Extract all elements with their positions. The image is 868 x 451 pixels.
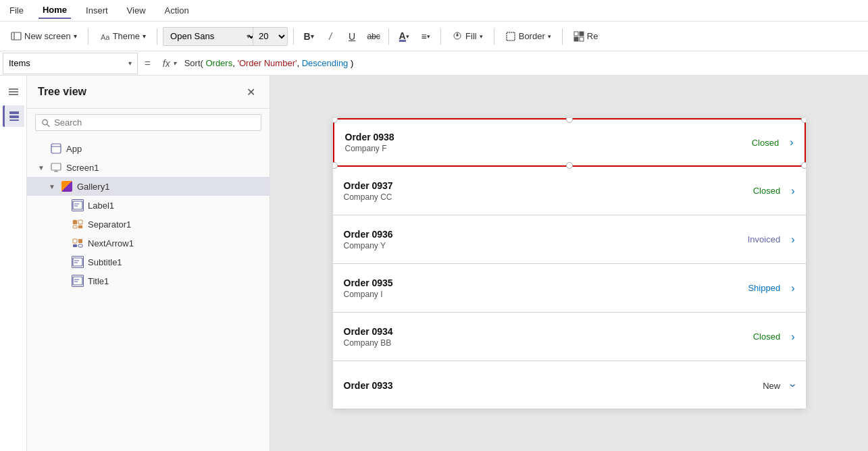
toolbar-separator-2 bbox=[157, 28, 157, 45]
gallery-item-0934[interactable]: Order 0934 Company BB Closed › bbox=[333, 313, 806, 361]
menu-file[interactable]: File bbox=[5, 3, 28, 18]
svg-rect-27 bbox=[73, 226, 77, 228]
gallery-item-text-0937: Order 0937 Company CC bbox=[344, 180, 753, 202]
fill-button[interactable]: Fill ▾ bbox=[446, 28, 488, 45]
tree-item-gallery1[interactable]: ▼ Gallery1 bbox=[27, 177, 270, 196]
menu-view[interactable]: View bbox=[123, 3, 150, 18]
theme-icon: Aa bbox=[99, 31, 110, 42]
toolbar-separator-3 bbox=[293, 28, 294, 45]
tree-view-button[interactable] bbox=[3, 105, 24, 127]
gallery-item-0938[interactable]: Order 0938 Company F Closed › bbox=[333, 118, 806, 167]
subtitle-icon bbox=[72, 256, 84, 268]
gallery-item-subtitle-0938: Company F bbox=[345, 144, 752, 153]
font-color-button[interactable]: A ▾ bbox=[394, 27, 413, 46]
tree-item-subtitle1[interactable]: Subtitle1 bbox=[27, 253, 270, 271]
app-icon bbox=[50, 142, 62, 155]
tree-item-nextarrow1[interactable]: NextArrow1 bbox=[27, 234, 270, 253]
gallery-item-chevron-0937[interactable]: › bbox=[791, 185, 794, 197]
gallery-item-status-0938: Closed bbox=[752, 138, 779, 148]
formula-fx-indicator: fx ▾ bbox=[157, 58, 182, 69]
gallery-item-title-0934: Order 0934 bbox=[344, 326, 753, 337]
font-select[interactable]: Open Sans bbox=[163, 27, 257, 46]
canvas-content: Order 0938 Company F Closed › Order 0937… bbox=[270, 76, 868, 451]
gallery-item-subtitle-0937: Company CC bbox=[344, 192, 753, 202]
left-icon-panel bbox=[0, 76, 27, 451]
font-size-select[interactable]: 20 bbox=[253, 27, 288, 46]
label-icon bbox=[72, 199, 84, 211]
italic-button[interactable]: / bbox=[321, 27, 340, 46]
svg-rect-32 bbox=[78, 244, 82, 247]
gallery-item-0935[interactable]: Order 0935 Company I Shipped › bbox=[333, 264, 806, 313]
svg-rect-6 bbox=[580, 32, 584, 36]
fill-icon bbox=[452, 31, 463, 42]
search-icon bbox=[41, 118, 50, 128]
hamburger-menu-button[interactable] bbox=[3, 81, 24, 103]
svg-text:Aa: Aa bbox=[101, 33, 110, 41]
svg-rect-8 bbox=[580, 37, 584, 41]
separator-icon bbox=[72, 218, 84, 230]
menu-action[interactable]: Action bbox=[161, 3, 193, 18]
svg-rect-29 bbox=[73, 239, 77, 243]
title-icon bbox=[72, 275, 84, 287]
gallery-item-0936[interactable]: Order 0936 Company Y Invoiced › bbox=[333, 215, 806, 264]
formula-expression[interactable]: Sort( Orders, 'Order Number', Descending… bbox=[182, 58, 868, 68]
svg-line-16 bbox=[47, 124, 49, 126]
svg-rect-26 bbox=[78, 220, 82, 224]
tree-item-screen1[interactable]: ▼ Screen1 bbox=[27, 158, 270, 177]
property-label: Items bbox=[9, 58, 30, 68]
formula-sort-keyword: Sort( bbox=[184, 58, 203, 68]
svg-rect-19 bbox=[51, 163, 61, 170]
tree-item-nextarrow1-label: NextArrow1 bbox=[88, 238, 134, 248]
formula-fx-chevron-icon: ▾ bbox=[173, 59, 176, 67]
gallery-item-chevron-0934[interactable]: › bbox=[791, 331, 794, 343]
tree-panel: Tree view ✕ App bbox=[27, 76, 270, 451]
strikethrough-button[interactable]: abc bbox=[364, 27, 383, 46]
property-selector[interactable]: Items ▾ bbox=[3, 53, 138, 74]
svg-rect-14 bbox=[9, 120, 19, 121]
menu-insert[interactable]: Insert bbox=[82, 3, 112, 18]
bold-button[interactable]: B ▾ bbox=[299, 27, 318, 46]
search-input[interactable] bbox=[54, 117, 255, 128]
formula-orders-ref: Orders bbox=[203, 58, 232, 68]
canvas-area: Order 0938 Company F Closed › Order 0937… bbox=[270, 76, 868, 451]
menu-home[interactable]: Home bbox=[39, 2, 71, 19]
screen-icon bbox=[50, 161, 62, 174]
text-align-button[interactable]: ≡ ▾ bbox=[416, 27, 435, 46]
tree-item-label1[interactable]: Label1 bbox=[27, 196, 270, 215]
menu-bar: File Home Insert View Action bbox=[0, 0, 868, 22]
gallery-item-title-0933: Order 0933 bbox=[344, 380, 763, 391]
toolbar-separator-4 bbox=[388, 28, 389, 45]
bold-chevron-icon: ▾ bbox=[311, 33, 314, 40]
gallery-item-0937[interactable]: Order 0937 Company CC Closed › bbox=[333, 167, 806, 215]
gallery-item-text-0933: Order 0933 bbox=[344, 380, 763, 391]
border-button[interactable]: Border ▾ bbox=[500, 28, 557, 45]
gallery1-expand-icon: ▼ bbox=[49, 183, 57, 190]
svg-rect-0 bbox=[11, 32, 21, 40]
tree-title: Tree view bbox=[38, 86, 86, 98]
tree-close-button[interactable]: ✕ bbox=[242, 84, 259, 100]
toolbar-separator-6 bbox=[494, 28, 494, 45]
align-chevron-icon: ▾ bbox=[427, 33, 430, 40]
new-screen-button[interactable]: New screen ▾ bbox=[5, 28, 82, 45]
toolbar-separator-1 bbox=[88, 28, 88, 45]
tree-item-title1[interactable]: Title1 bbox=[27, 271, 270, 290]
gallery-item-chevron-0935[interactable]: › bbox=[791, 282, 794, 294]
theme-button[interactable]: Aa Theme ▾ bbox=[94, 28, 151, 45]
new-screen-label: New screen bbox=[24, 31, 71, 41]
fill-chevron-icon: ▾ bbox=[480, 33, 483, 40]
gallery-item-chevron-0938[interactable]: › bbox=[790, 136, 793, 149]
gallery-item-subtitle-0935: Company I bbox=[344, 290, 748, 299]
gallery-item-status-0936: Invoiced bbox=[748, 234, 780, 244]
gallery-item-chevron-0933[interactable]: › bbox=[787, 383, 799, 387]
tree-item-app[interactable]: App bbox=[27, 139, 270, 158]
formula-order-number-string: 'Order Number' bbox=[235, 58, 297, 68]
underline-button[interactable]: U bbox=[342, 27, 361, 46]
tree-item-separator1[interactable]: Separator1 bbox=[27, 215, 270, 234]
svg-rect-25 bbox=[73, 220, 77, 224]
gallery-item-subtitle-0934: Company BB bbox=[344, 338, 753, 348]
gallery-item-text-0936: Order 0936 Company Y bbox=[344, 229, 748, 250]
gallery-item-0933[interactable]: Order 0933 New › bbox=[333, 361, 806, 408]
toolbar-separator-7 bbox=[562, 28, 563, 45]
reorder-button[interactable]: Re bbox=[568, 28, 604, 45]
gallery-item-chevron-0936[interactable]: › bbox=[791, 234, 794, 246]
